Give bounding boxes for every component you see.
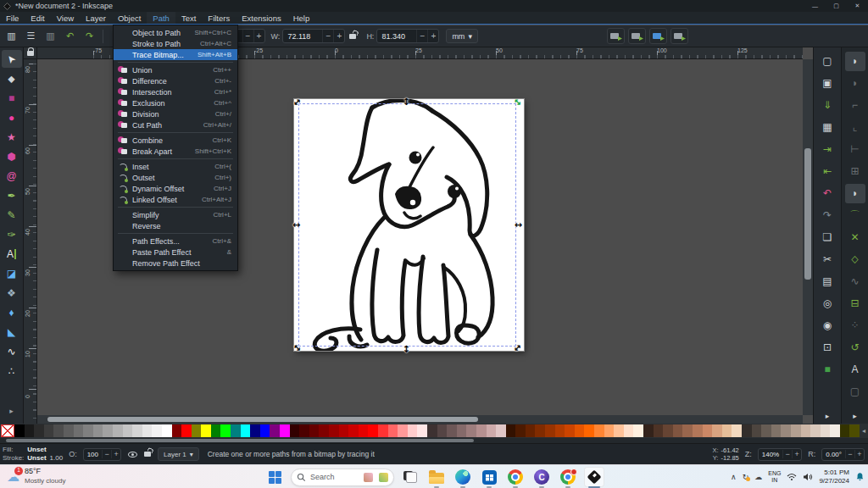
weather-widget[interactable]: ☁ 1 85°F Mostly cloudy — [7, 467, 65, 485]
menu-item-division[interactable]: DivisionCtrl+/ — [114, 108, 237, 119]
palette-swatch[interactable] — [604, 424, 615, 437]
zoom-increment-button[interactable]: + — [792, 450, 801, 458]
menu-layer[interactable]: Layer — [80, 12, 112, 24]
menu-item-path-effects[interactable]: Path Effects...Ctrl+& — [114, 236, 237, 247]
height-field[interactable]: 81.340 − + — [376, 29, 439, 43]
palette-swatch[interactable] — [299, 424, 309, 437]
palette-swatch[interactable] — [378, 424, 388, 437]
zoom-drawing[interactable]: ◉ — [817, 316, 837, 336]
width-decrement-button[interactable]: − — [322, 30, 333, 42]
chrome-profile[interactable] — [558, 467, 578, 487]
box-3d-tool[interactable]: ⬢ — [2, 147, 22, 165]
palette-swatch[interactable] — [801, 424, 811, 437]
palette-swatch[interactable] — [643, 424, 654, 437]
palette-swatch[interactable] — [172, 424, 182, 437]
rotation-value[interactable]: 0.00° — [822, 451, 845, 458]
height-decrement-button[interactable]: − — [416, 30, 427, 42]
palette-swatch[interactable] — [162, 424, 172, 437]
layer-visibility-toggle[interactable] — [128, 452, 137, 458]
paste[interactable]: ▤ — [817, 272, 837, 291]
menu-help[interactable]: Help — [287, 12, 316, 24]
lock-ratio-icon[interactable] — [349, 34, 356, 39]
snap-expander[interactable]: ▸ — [845, 411, 865, 423]
node-tool[interactable]: ⬥ — [2, 69, 22, 87]
palette-swatch[interactable] — [211, 424, 221, 437]
snap-object-centers[interactable]: ⁘ — [845, 316, 865, 336]
menu-item-intersection[interactable]: IntersectionCtrl+* — [114, 86, 237, 97]
palette-swatch[interactable] — [703, 424, 713, 437]
menu-object[interactable]: Object — [112, 12, 147, 24]
palette-swatch[interactable] — [398, 424, 408, 437]
palette-swatch[interactable] — [25, 424, 35, 437]
paint-bucket-tool[interactable]: ◣ — [2, 323, 22, 341]
palette-swatch[interactable] — [241, 424, 251, 437]
palette-swatch[interactable] — [319, 424, 329, 437]
palette-swatch[interactable] — [44, 424, 54, 437]
palette-swatch[interactable] — [447, 424, 457, 437]
palette-swatch[interactable] — [584, 424, 594, 437]
search-box[interactable]: Search — [291, 467, 394, 487]
minimize-button[interactable]: — — [804, 0, 826, 12]
undo[interactable]: ↶ — [817, 184, 837, 203]
duplicate[interactable]: ❏ — [817, 228, 837, 247]
palette-swatch[interactable] — [761, 424, 771, 437]
stroke-width-value[interactable]: 1.00 — [50, 454, 64, 463]
zoom-field[interactable]: 140% − + — [758, 448, 802, 461]
zoom-page[interactable]: ⊡ — [817, 338, 837, 358]
selection-handle-tl[interactable]: ↔ — [291, 96, 303, 108]
snap-page-border[interactable]: ▢ — [845, 382, 865, 402]
scale-stroke-toggle[interactable] — [607, 28, 625, 44]
palette-swatch[interactable] — [93, 424, 103, 437]
palette-swatch[interactable] — [575, 424, 585, 437]
vertical-scrollbar-thumb[interactable] — [804, 148, 811, 280]
palette-swatch[interactable] — [752, 424, 762, 437]
spray-tool[interactable]: ∴ — [2, 362, 22, 380]
palette-swatch[interactable] — [103, 424, 113, 437]
palette-swatch[interactable] — [260, 424, 270, 437]
horizontal-scrollbar[interactable] — [37, 415, 803, 424]
fill-stroke-dialog[interactable]: ■ — [817, 360, 837, 380]
palette-swatch[interactable] — [152, 424, 162, 437]
redo[interactable]: ↷ — [817, 206, 837, 225]
close-button[interactable]: ✕ — [847, 0, 868, 12]
zoom-decrement-button[interactable]: − — [782, 450, 792, 458]
snap-bbox-centers[interactable]: ⊞ — [845, 162, 865, 181]
snap-nodes[interactable]: ◗ — [845, 184, 865, 203]
palette-swatch[interactable] — [821, 424, 831, 437]
notification-bell-icon[interactable] — [855, 472, 865, 482]
volume-icon[interactable] — [803, 473, 813, 481]
opacity-field[interactable]: 100 − + — [83, 448, 121, 461]
menu-item-exclusion[interactable]: ExclusionCtrl+^ — [114, 97, 237, 108]
y-increment-button[interactable]: + — [253, 30, 264, 42]
rotate-cw-button[interactable]: ↷ — [81, 28, 97, 44]
new-document[interactable]: ▢ — [817, 52, 837, 71]
snap-rotation-center[interactable]: ↺ — [845, 338, 865, 358]
palette-swatch[interactable] — [830, 424, 840, 437]
opacity-decrement-button[interactable]: − — [102, 450, 111, 458]
palette-swatch[interactable] — [83, 424, 93, 437]
language-indicator[interactable]: ENG IN — [768, 470, 781, 484]
snap-cusp-nodes[interactable]: ⬦ — [845, 250, 865, 269]
palette-swatch[interactable] — [123, 424, 133, 437]
zoom-value[interactable]: 140% — [759, 451, 782, 458]
palette-swatch[interactable] — [348, 424, 359, 437]
menu-extensions[interactable]: Extensions — [236, 12, 287, 24]
rectangle-tool[interactable]: ■ — [2, 89, 22, 107]
palette-swatch[interactable] — [192, 424, 202, 437]
palette-swatch[interactable] — [722, 424, 732, 437]
select-all-layers-button[interactable]: ☰ — [23, 28, 39, 44]
palette-swatch[interactable] — [487, 424, 497, 437]
rotation-field[interactable]: 0.00° − + — [821, 448, 865, 461]
palette-swatch[interactable] — [309, 424, 320, 437]
snap-enabled[interactable]: ◗ — [845, 52, 865, 71]
menu-item-dynamic-offset[interactable]: Dynamic OffsetCtrl+J — [114, 183, 237, 194]
snap-midpoints[interactable]: ⊟ — [845, 294, 865, 313]
palette-swatch[interactable] — [132, 424, 142, 437]
selection-handle-lm[interactable]: ↔ — [292, 220, 300, 230]
toolbox-expander[interactable]: ▸ — [2, 402, 22, 420]
layer-dropdown[interactable]: Layer 1 ▾ — [158, 447, 199, 461]
units-dropdown[interactable]: mm ▾ — [446, 29, 478, 43]
rotation-increment-button[interactable]: + — [854, 450, 864, 458]
palette-swatch[interactable] — [693, 424, 703, 437]
onedrive-cloud-icon[interactable]: ☁ — [754, 473, 762, 481]
